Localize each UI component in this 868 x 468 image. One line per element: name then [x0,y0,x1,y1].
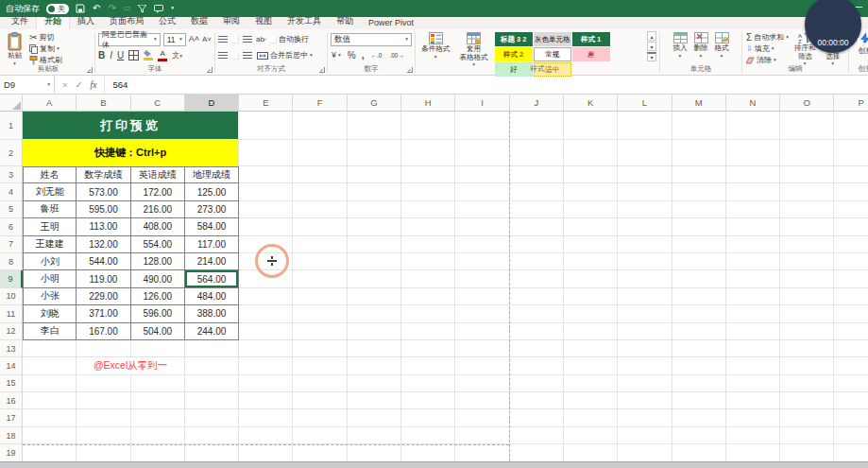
cell-M10[interactable] [672,288,726,305]
cell-K7[interactable] [564,236,618,253]
decrease-font-icon[interactable]: A˅ [202,36,212,43]
cell-A10[interactable]: 小张 [23,288,77,305]
cell-D8[interactable]: 214.00 [185,253,239,270]
cell-J10[interactable] [510,288,564,305]
cell-H12[interactable] [401,323,455,340]
cell-I11[interactable] [455,305,509,322]
cell-E4[interactable] [239,183,293,200]
cell-J12[interactable] [510,323,564,340]
cell-H8[interactable] [401,253,455,270]
cell-I19[interactable] [455,444,509,461]
cell-P8[interactable] [834,253,868,270]
column-header-C[interactable]: C [131,95,185,112]
cell-A8[interactable]: 小刘 [23,253,77,270]
cell-N17[interactable] [726,409,780,426]
cell-H5[interactable] [401,201,455,218]
cell-style-灰色单元格[interactable]: 灰色单元格 [534,32,571,46]
cell-B10[interactable]: 229.00 [77,288,130,305]
cell-I7[interactable] [455,236,509,253]
underline-button[interactable]: U [117,51,124,61]
cell-A11[interactable]: 刘晓 [23,305,77,322]
cell-style-样式 1[interactable]: 样式 1 [572,32,610,46]
cell-D18[interactable] [185,427,239,444]
cell-H16[interactable] [401,392,455,409]
note-cell[interactable]: @Excel从零到一 [77,357,185,374]
cell-K18[interactable] [564,427,618,444]
cell-M5[interactable] [672,201,726,218]
cell-E12[interactable] [239,323,293,340]
cell-L5[interactable] [618,201,672,218]
cell-C19[interactable] [131,444,185,461]
cell-O14[interactable] [780,357,834,374]
cell-L6[interactable] [618,218,672,235]
row-header-14[interactable]: 14 [0,357,23,374]
cell-E5[interactable] [239,201,293,218]
cell-L8[interactable] [618,253,672,270]
cell-M7[interactable] [672,236,726,253]
history-icon[interactable]: ▭ [124,5,131,12]
cell-K13[interactable] [564,340,618,357]
cell-O5[interactable] [780,201,834,218]
cell-B3[interactable]: 数学成绩 [77,166,130,183]
row-header-9[interactable]: 9 [0,270,23,287]
align-center-icon[interactable] [231,52,239,60]
cell-A9[interactable]: 小明 [23,270,77,287]
cell-E18[interactable] [239,427,293,444]
cell-C7[interactable]: 554.00 [131,236,185,253]
filter-icon[interactable] [138,5,146,13]
cell-D13[interactable] [185,340,239,357]
cell-G10[interactable] [348,288,401,305]
cell-N5[interactable] [726,201,780,218]
cell-P4[interactable] [834,183,868,200]
cell-C11[interactable]: 596.00 [131,305,185,322]
cell-M15[interactable] [672,375,726,392]
cell-I6[interactable] [455,218,509,235]
delete-cells-button[interactable]: 删除 ▾ [692,31,710,60]
cell-O1[interactable] [780,112,834,140]
cell-B17[interactable] [77,409,130,426]
cell-J19[interactable] [510,444,564,461]
cell-L11[interactable] [618,305,672,322]
cell-O9[interactable] [780,270,834,287]
cell-F5[interactable] [293,201,347,218]
column-header-E[interactable]: E [239,95,293,112]
cell-K16[interactable] [564,392,618,409]
cell-O3[interactable] [780,166,834,183]
cell-B7[interactable]: 132.00 [77,236,130,253]
cell-O12[interactable] [780,323,834,340]
cell-L18[interactable] [618,427,672,444]
row-header-12[interactable]: 12 [0,323,23,340]
cell-E14[interactable] [239,357,293,374]
cell-C12[interactable]: 504.00 [131,323,185,340]
font-name-select[interactable]: 阿里巴巴普惠体 ▾ [98,33,161,46]
cell-F17[interactable] [293,409,347,426]
column-header-G[interactable]: G [348,95,401,112]
row-header-17[interactable]: 17 [0,409,23,426]
cell-G15[interactable] [348,375,401,392]
cell-C18[interactable] [131,427,185,444]
cell-E16[interactable] [239,392,293,409]
currency-button[interactable]: ¥▾ [331,51,342,60]
cell-A18[interactable] [23,427,77,444]
align-middle-icon[interactable] [231,36,239,43]
name-box[interactable]: D9 ▾ [0,76,55,94]
cell-L17[interactable] [618,409,672,426]
cell-A15[interactable] [23,375,77,392]
paste-button[interactable]: 粘贴 ▾ [5,31,25,67]
cell-M19[interactable] [672,444,726,461]
cell-D6[interactable]: 584.00 [185,218,239,235]
cell-J5[interactable] [510,201,564,218]
gallery-more-icon[interactable]: ▾ [647,52,656,61]
wrap-text-button[interactable]: 自动换行 [268,34,310,44]
cell-L15[interactable] [618,375,672,392]
italic-button[interactable]: I [110,51,112,61]
bold-button[interactable]: B [98,51,105,61]
cell-O8[interactable] [780,253,834,270]
increase-font-icon[interactable]: A˄ [189,35,199,43]
cell-J17[interactable] [510,409,564,426]
cell-N6[interactable] [726,218,780,235]
feedback-icon[interactable] [154,5,163,13]
row-header-11[interactable]: 11 [0,305,23,322]
cell-K2[interactable] [564,140,618,166]
cell-J3[interactable] [510,166,564,183]
